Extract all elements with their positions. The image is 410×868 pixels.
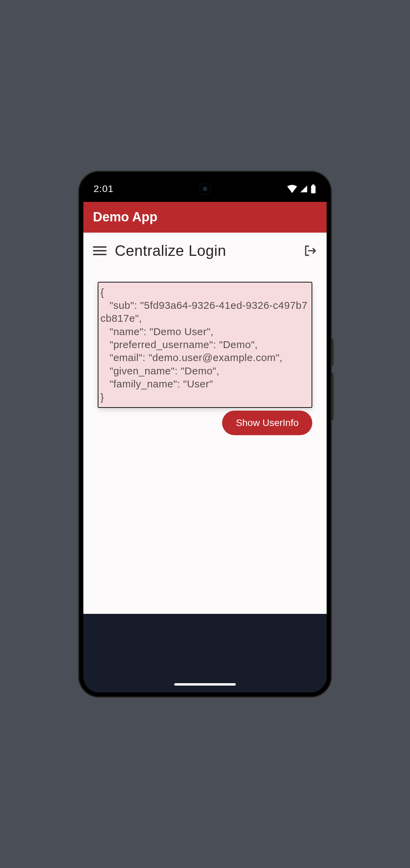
svg-rect-1 <box>311 185 316 193</box>
logout-icon[interactable] <box>303 244 317 258</box>
signal-icon <box>299 185 308 193</box>
page-header: Centralize Login <box>83 233 327 263</box>
device-side-button <box>331 339 333 366</box>
camera-notch <box>199 183 211 195</box>
menu-icon[interactable] <box>93 244 107 258</box>
phone-screen: 2:01 Demo App Centralize Login { <box>83 176 327 692</box>
app-title: Demo App <box>93 210 158 224</box>
device-side-button <box>331 373 333 421</box>
battery-icon <box>310 184 316 193</box>
button-row: Show UserInfo <box>83 408 327 435</box>
nav-bar <box>83 614 327 692</box>
status-time: 2:01 <box>94 183 114 194</box>
wifi-icon <box>287 185 297 193</box>
page-title: Centralize Login <box>115 242 295 259</box>
show-userinfo-button[interactable]: Show UserInfo <box>222 411 312 435</box>
svg-rect-0 <box>312 184 315 185</box>
home-indicator[interactable] <box>174 683 236 686</box>
userinfo-json: { "sub": "5fd93a64-9326-41ed-9326-c497b7… <box>100 286 310 404</box>
app-bar: Demo App <box>83 202 327 233</box>
status-icons <box>287 184 316 193</box>
phone-frame: 2:01 Demo App Centralize Login { <box>79 171 331 697</box>
content-area: Centralize Login { "sub": "5fd93a64-9326… <box>83 233 327 614</box>
userinfo-card: { "sub": "5fd93a64-9326-41ed-9326-c497b7… <box>98 282 312 408</box>
